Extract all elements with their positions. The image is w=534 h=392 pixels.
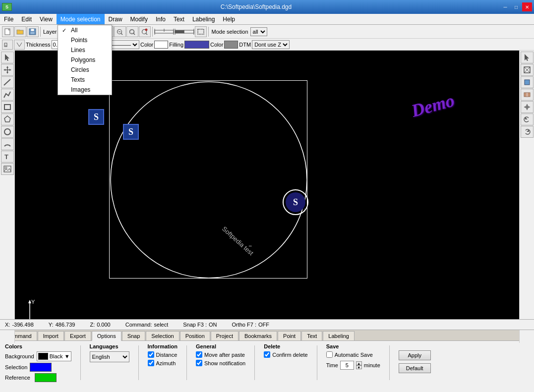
reference-row: Reference [5,373,71,382]
tab-snap[interactable]: Snap [122,331,146,340]
menu-modify[interactable]: Modify [126,14,152,24]
zoom-window-button[interactable] [126,26,138,37]
tb2-btn1[interactable]: la [2,40,13,50]
menu-mode-selection[interactable]: Mode selection [57,14,105,24]
distance-checkbox[interactable] [148,351,154,358]
new-button[interactable] [2,26,14,37]
zoom-out-button[interactable] [114,26,126,37]
dropdown-points[interactable]: Points [58,35,112,45]
mode-selection-dropdown[interactable]: all [250,27,267,36]
dropdown-points-label: Points [71,37,87,44]
svg-marker-39 [6,72,8,74]
color-swatch2[interactable] [224,41,238,49]
time-input[interactable] [340,361,354,370]
x-value: -396.498 [12,322,33,328]
background-dropdown[interactable]: Black ▼ [37,351,71,361]
sep3 [152,27,153,37]
dropdown-lines[interactable]: Lines [58,45,112,55]
show-notification-checkbox[interactable] [196,360,202,366]
tab-options[interactable]: Options [92,331,121,341]
zoom-area-button[interactable] [139,26,151,37]
menu-view[interactable]: View [36,14,57,24]
selection-color-swatch[interactable] [30,363,52,372]
languages-section: Languages English German French [90,343,129,362]
divider2 [138,345,139,380]
select-tool[interactable] [1,52,14,63]
dropdown-texts[interactable]: Texts [58,75,112,85]
polyline-tool[interactable] [1,89,14,101]
rtool-undo[interactable] [521,113,534,125]
svg-rect-5 [31,29,34,31]
menu-draw[interactable]: Draw [105,14,126,24]
information-section: Information Distance Azimuth [148,343,178,366]
polygon-tool[interactable] [1,113,14,125]
circle-tool[interactable] [1,126,14,138]
titlebar: S C:\Softpedia\Softpedia.dgd ─ □ ✕ [0,0,534,14]
tab-selection[interactable]: Selection [146,331,179,340]
apply-button[interactable]: Apply [399,350,431,360]
arc-tool[interactable] [1,138,14,150]
colors-title: Colors [5,343,71,349]
tb2-btn2[interactable] [14,40,25,50]
divider4 [254,345,255,380]
dropdown-all-label: All [71,27,77,34]
dropdown-all[interactable]: ✓ All [58,25,112,35]
azimuth-label: Azimuth [156,360,176,366]
image-tool[interactable] [1,163,14,175]
sep1 [40,27,41,37]
language-select[interactable]: English German French [90,351,129,362]
default-button[interactable]: Default [399,363,431,373]
distance-row: Distance [148,351,178,358]
dropdown-circles[interactable]: Circles [58,65,112,75]
rect-tool[interactable] [1,101,14,113]
minimize-button[interactable]: ─ [500,2,510,11]
rtool-2[interactable] [521,64,534,76]
colors-section: Colors Background Black ▼ Selection Refe… [5,343,71,382]
dropdown-polygons[interactable]: Polygons [58,55,112,65]
move-after-paste-checkbox[interactable] [196,351,202,358]
menu-labeling[interactable]: Labeling [188,14,219,24]
rtool-3[interactable] [521,76,534,88]
menu-text[interactable]: Text [170,14,188,24]
window-controls: ─ □ ✕ [500,2,532,11]
azimuth-checkbox[interactable] [148,360,154,366]
menubar: File Edit View Mode selection Draw Modif… [0,14,534,25]
dropdown-images-label: Images [71,86,90,93]
reference-color-swatch[interactable] [35,373,57,382]
svg-rect-32 [198,29,204,34]
rtool-5[interactable] [521,101,534,113]
color-swatch1[interactable] [154,41,168,49]
tab-position[interactable]: Position [180,331,210,340]
select-rect-button[interactable] [195,26,207,37]
tab-project[interactable]: Project [211,331,238,340]
save-button[interactable] [27,26,39,37]
tab-point[interactable]: Point [278,331,301,340]
dropdown-images[interactable]: Images [58,85,112,95]
tab-text[interactable]: Text [301,331,322,340]
text-tool[interactable]: T [1,151,14,163]
background-row: Background Black ▼ [5,351,71,361]
dtm-select[interactable]: Dont use Z [252,40,290,49]
tab-labeling[interactable]: Labeling [323,331,355,340]
tab-bookmarks[interactable]: Bookmarks [239,331,277,340]
rtool-redo[interactable] [521,126,534,138]
menu-help[interactable]: Help [219,14,239,24]
confirm-delete-checkbox[interactable] [264,351,270,358]
line-tool[interactable] [1,76,14,88]
filling-swatch[interactable] [184,41,209,49]
time-spinner[interactable]: ▲ ▼ [356,361,362,369]
svg-marker-38 [6,66,8,68]
menu-edit[interactable]: Edit [17,14,36,24]
open-button[interactable] [14,26,26,37]
close-button[interactable]: ✕ [522,2,532,11]
cursor-right-tool[interactable] [521,52,534,63]
auto-save-checkbox[interactable] [326,351,333,358]
menu-file[interactable]: File [0,14,17,24]
tab-import[interactable]: Import [38,331,64,340]
tab-export[interactable]: Export [64,331,91,340]
rtool-erase[interactable] [521,89,534,101]
menu-info[interactable]: Info [152,14,170,24]
svg-line-42 [4,79,10,85]
move-tool[interactable] [1,64,14,76]
maximize-button[interactable]: □ [511,2,521,11]
